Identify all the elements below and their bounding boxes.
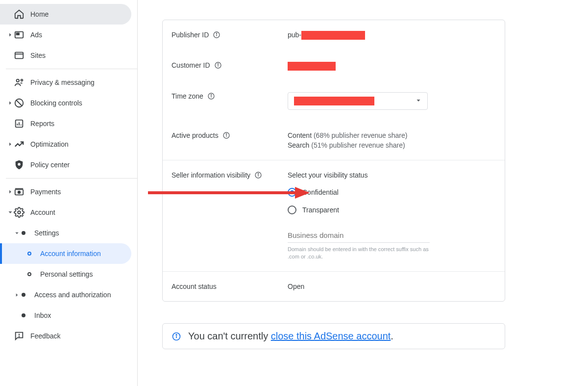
sidebar-item-privacy[interactable]: Privacy & messaging	[0, 72, 131, 93]
sidebar-label-feedback: Feedback	[30, 332, 60, 340]
info-icon[interactable]	[222, 131, 230, 139]
sidebar-label-payments: Payments	[30, 188, 61, 196]
seller-visibility-prompt: Select your visibility status	[288, 171, 496, 179]
product-content-share: (68% publisher revenue share)	[314, 131, 407, 139]
bullet-open-icon	[27, 272, 31, 276]
caret-right-icon	[6, 99, 14, 107]
svg-point-4	[17, 79, 20, 82]
radio-unselected-icon	[288, 206, 296, 214]
seller-visibility-label: Seller information visibility	[172, 171, 250, 179]
svg-point-16	[18, 211, 21, 214]
svg-point-14	[18, 191, 21, 194]
redacted-block	[288, 62, 336, 71]
info-icon[interactable]	[213, 31, 220, 39]
account-status-value: Open	[288, 283, 496, 290]
row-customer-id: Customer ID	[163, 51, 505, 81]
sidebar-item-optimization[interactable]: Optimization	[0, 134, 131, 154]
bullet-icon	[22, 293, 25, 297]
sidebar-item-sites[interactable]: Sites	[0, 45, 131, 66]
bullet-open-icon	[27, 252, 31, 256]
info-icon[interactable]	[207, 92, 215, 100]
caret-right-icon	[13, 291, 20, 298]
caret-down-icon	[13, 230, 20, 236]
sidebar-item-blocking[interactable]: Blocking controls	[0, 93, 131, 113]
row-seller-visibility: Seller information visibility Select you…	[163, 160, 505, 272]
sidebar-item-reports[interactable]: Reports	[0, 113, 131, 134]
sidebar-item-account-information[interactable]: Account information	[0, 243, 131, 264]
sidebar-item-payments[interactable]: Payments	[0, 181, 131, 202]
bullet-icon	[22, 231, 25, 235]
info-icon[interactable]	[254, 171, 262, 179]
sidebar-item-home[interactable]: Home	[0, 4, 131, 25]
sidebar-item-inbox[interactable]: Inbox	[0, 305, 131, 326]
product-search: Search	[288, 141, 311, 149]
radio-confidential[interactable]: Confidential	[288, 188, 496, 197]
sidebar-item-access[interactable]: Access and authorization	[0, 284, 131, 305]
sidebar-item-settings[interactable]: Settings	[0, 223, 131, 243]
policy-icon	[14, 159, 24, 170]
svg-point-24	[218, 64, 218, 64]
svg-point-33	[258, 173, 258, 174]
sidebar-label-personal-settings: Personal settings	[40, 270, 93, 278]
caret-down-icon	[6, 208, 14, 216]
info-icon[interactable]	[214, 61, 222, 69]
radio-selected-icon	[288, 188, 296, 197]
sidebar-label-policy: Policy center	[30, 161, 70, 169]
publisher-id-label: Publisher ID	[172, 31, 209, 39]
sidebar-item-account[interactable]: Account	[0, 202, 131, 223]
sidebar-label-inbox: Inbox	[34, 311, 51, 319]
settings-gear-icon	[14, 207, 24, 218]
sidebar-item-personal-settings[interactable]: Personal settings	[0, 264, 131, 284]
account-info-card: Publisher ID pub- Customer ID	[162, 20, 505, 302]
banner-suffix: .	[391, 331, 393, 341]
svg-rect-1	[17, 33, 20, 35]
row-publisher-id: Publisher ID pub-	[163, 20, 505, 51]
sidebar-label-optimization: Optimization	[30, 140, 69, 148]
svg-point-27	[211, 94, 211, 95]
product-content: Content	[288, 131, 314, 139]
close-account-link[interactable]: close this AdSense account	[271, 331, 391, 341]
row-timezone: Time zone	[163, 81, 505, 121]
sidebar-label-blocking: Blocking controls	[30, 99, 82, 107]
customer-id-value	[288, 61, 496, 70]
svg-line-7	[17, 101, 22, 106]
blocking-icon	[14, 98, 24, 108]
svg-point-5	[21, 79, 23, 81]
sidebar-label-settings: Settings	[34, 229, 59, 237]
caret-right-icon	[6, 188, 14, 196]
customer-id-label: Customer ID	[172, 61, 210, 69]
divider	[6, 178, 137, 179]
sidebar-label-account: Account	[30, 208, 55, 216]
product-search-share: (51% publisher revenue share)	[311, 141, 405, 149]
banner-prefix: You can't currently	[188, 331, 271, 341]
privacy-icon	[14, 77, 24, 88]
account-status-label: Account status	[172, 283, 217, 290]
sidebar-item-ads[interactable]: Ads	[0, 25, 131, 45]
payments-icon	[14, 186, 24, 197]
sidebar-item-policy[interactable]: Policy center	[0, 154, 131, 175]
row-account-status: Account status Open	[163, 271, 505, 301]
caret-right-icon	[6, 31, 14, 39]
svg-point-12	[18, 163, 21, 166]
divider	[6, 69, 137, 69]
sidebar: Home Ads Sites Privacy & messaging	[0, 0, 138, 386]
sidebar-item-feedback[interactable]: Feedback	[0, 326, 131, 346]
svg-point-18	[19, 336, 20, 337]
main-content: Publisher ID pub- Customer ID	[138, 0, 588, 386]
timezone-label: Time zone	[172, 92, 203, 100]
sidebar-label-home: Home	[30, 10, 49, 18]
active-products-value: Content (68% publisher revenue share) Se…	[288, 131, 496, 149]
timezone-select[interactable]	[288, 92, 428, 110]
redacted-block	[294, 97, 374, 105]
publisher-id-value: pub-	[288, 31, 496, 40]
business-domain-hint: Domain should be entered in with the cor…	[288, 246, 430, 261]
home-icon	[14, 9, 24, 20]
sites-icon	[14, 50, 24, 61]
info-icon	[172, 332, 181, 341]
sidebar-label-ads: Ads	[30, 31, 42, 39]
radio-confidential-label: Confidential	[302, 188, 339, 196]
business-domain-input[interactable]	[288, 228, 430, 243]
row-active-products: Active products Content (68% publisher r…	[163, 121, 505, 160]
radio-transparent[interactable]: Transparent	[288, 206, 496, 214]
active-products-label: Active products	[172, 131, 219, 139]
